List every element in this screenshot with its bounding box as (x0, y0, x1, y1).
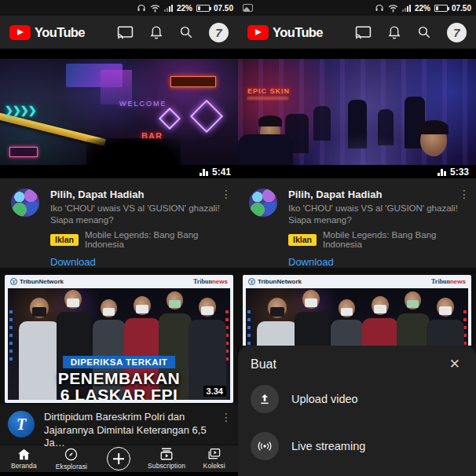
screenshot-notification-icon (243, 4, 253, 12)
ad-badge: Iklan (288, 234, 317, 246)
youtube-wordmark: YouTube (35, 25, 85, 40)
ad-badge: Iklan (50, 234, 79, 246)
account-avatar[interactable]: 7 (209, 23, 229, 42)
sheet-title: Buat (251, 357, 276, 372)
phone-right: 22% 07.50 YouTube 7 EPIC SKIN (238, 0, 476, 476)
avatar-glyph: 7 (215, 26, 222, 39)
news-photo (246, 288, 468, 346)
tribunnews-logo: Tribun news (193, 278, 228, 285)
nav-koleksi[interactable]: Koleksi (190, 448, 238, 470)
nav-eksplorasi[interactable]: Eksplorasi (48, 448, 96, 471)
welcome-neon-text: WELCOME (119, 100, 167, 108)
headphones-icon (375, 3, 384, 13)
battery-icon (196, 5, 210, 12)
news-video-title: Dirttipidum Bareskrim Polri dan Jajarann… (44, 411, 230, 445)
clock: 07.50 (214, 4, 233, 13)
news-duration: 3.34 (203, 386, 226, 397)
ad-info-section: Pilih, Dapat Hadiah Iko 'CHOU' uwais VS … (0, 178, 238, 268)
channel-avatar[interactable]: T (8, 411, 35, 438)
stats-bars-icon (200, 169, 208, 178)
nav-subscription[interactable]: Subscription (143, 448, 191, 470)
youtube-play-icon (247, 25, 269, 40)
cast-icon[interactable] (355, 26, 372, 39)
download-link[interactable]: Download (288, 256, 465, 268)
more-options-icon[interactable]: ⋮ (221, 412, 232, 422)
wifi-icon (388, 4, 398, 13)
upload-icon (251, 385, 279, 413)
youtube-wordmark: YouTube (273, 25, 323, 40)
notifications-bell-icon[interactable] (387, 25, 401, 40)
app-bar: YouTube 7 (0, 16, 238, 49)
download-link[interactable]: Download (50, 256, 227, 268)
news-photo: DIPERIKSA TERKAIT PENEMBAKAN 6 LASKAR FP… (8, 288, 230, 400)
ad-description: Iko 'CHOU' uwais VS al 'GUSION' ghazali!… (50, 203, 227, 225)
ad-video-thumbnail[interactable]: EPIC SKIN 5:33 (238, 49, 476, 178)
news-video-thumbnail[interactable]: T TribunNetwork Tribun news (238, 273, 476, 346)
create-plus-icon (107, 447, 130, 471)
search-icon[interactable] (417, 25, 431, 39)
more-options-icon[interactable]: ⋮ (459, 189, 470, 199)
screenshot-pair: 22% 07.50 YouTube 7 ❯❯❯❯ WELCOME (0, 0, 476, 476)
video-duration: 5:41 (200, 167, 231, 178)
wifi-icon (150, 4, 160, 13)
signal-icon (402, 4, 411, 12)
clock: 07.50 (452, 4, 471, 13)
video-duration: 5:33 (438, 167, 469, 178)
advertiser-name: Mobile Legends: Bang Bang Indonesia (85, 230, 227, 249)
youtube-logo[interactable]: YouTube (247, 25, 323, 40)
youtube-logo[interactable]: YouTube (9, 25, 85, 40)
ad-title[interactable]: Pilih, Dapat Hadiah (288, 189, 465, 200)
account-avatar[interactable]: 7 (447, 23, 467, 42)
news-video-thumbnail[interactable]: T TribunNetwork Tribun news (0, 273, 238, 405)
club-scene: EPIC SKIN (238, 59, 476, 165)
tribun-network-logo: T TribunNetwork (248, 278, 302, 285)
signal-icon (164, 4, 173, 12)
battery-percent: 22% (415, 4, 430, 13)
youtube-play-icon (9, 25, 31, 40)
news-headline-2: 6 LASKAR FPI (8, 386, 230, 400)
advertiser-avatar[interactable] (249, 189, 277, 217)
tribun-network-logo: T TribunNetwork (10, 278, 64, 285)
advertiser-name: Mobile Legends: Bang Bang Indonesia (323, 230, 465, 249)
battery-percent: 22% (177, 4, 192, 13)
more-options-icon[interactable]: ⋮ (221, 189, 232, 199)
cast-icon[interactable] (117, 26, 134, 39)
status-bar: 22% 07.50 (0, 0, 238, 16)
system-nav-strip (0, 472, 238, 476)
create-bottom-sheet: Buat ✕ Upload video Live streaming (238, 346, 476, 476)
ad-title[interactable]: Pilih, Dapat Hadiah (50, 189, 227, 200)
compass-icon (64, 448, 78, 461)
neon-arrows: ❯❯❯❯ (5, 104, 36, 116)
battery-icon (434, 5, 448, 12)
upload-video-option[interactable]: Upload video (251, 379, 463, 419)
ad-info-section: Pilih, Dapat Hadiah Iko 'CHOU' uwais VS … (238, 178, 476, 268)
tribunnews-logo: Tribun news (431, 278, 466, 285)
nav-create[interactable] (95, 447, 143, 471)
live-streaming-option[interactable]: Live streaming (251, 426, 463, 467)
channel-avatar-glyph: T (16, 416, 26, 434)
bottom-navigation: Beranda Eksplorasi Subscription Koleksi (0, 445, 238, 472)
advertiser-avatar[interactable] (11, 189, 39, 217)
home-icon (17, 449, 31, 460)
app-bar: YouTube 7 (238, 16, 476, 49)
close-icon[interactable]: ✕ (446, 356, 463, 372)
news-banner: DIPERIKSA TERKAIT (63, 356, 176, 368)
notifications-bell-icon[interactable] (149, 25, 163, 40)
stats-bars-icon (438, 169, 446, 178)
ad-description: Iko 'CHOU' uwais VS al 'GUSION' ghazali!… (288, 203, 465, 225)
avatar-glyph: 7 (453, 26, 460, 39)
nav-beranda[interactable]: Beranda (0, 449, 48, 470)
ad-video-thumbnail[interactable]: ❯❯❯❯ WELCOME BAR 5:41 (0, 49, 238, 178)
library-icon (207, 448, 221, 460)
search-icon[interactable] (179, 25, 193, 39)
news-video-row[interactable]: T Dirttipidum Bareskrim Polri dan Jajara… (0, 405, 238, 445)
headphones-icon (137, 3, 146, 13)
phone-left: 22% 07.50 YouTube 7 ❯❯❯❯ WELCOME (0, 0, 238, 476)
epic-skin-neon-text: EPIC SKIN (247, 87, 290, 95)
subscriptions-icon (159, 448, 174, 460)
status-bar: 22% 07.50 (238, 0, 476, 16)
cyberpunk-scene: ❯❯❯❯ WELCOME BAR (0, 59, 238, 165)
live-streaming-icon (251, 432, 279, 460)
